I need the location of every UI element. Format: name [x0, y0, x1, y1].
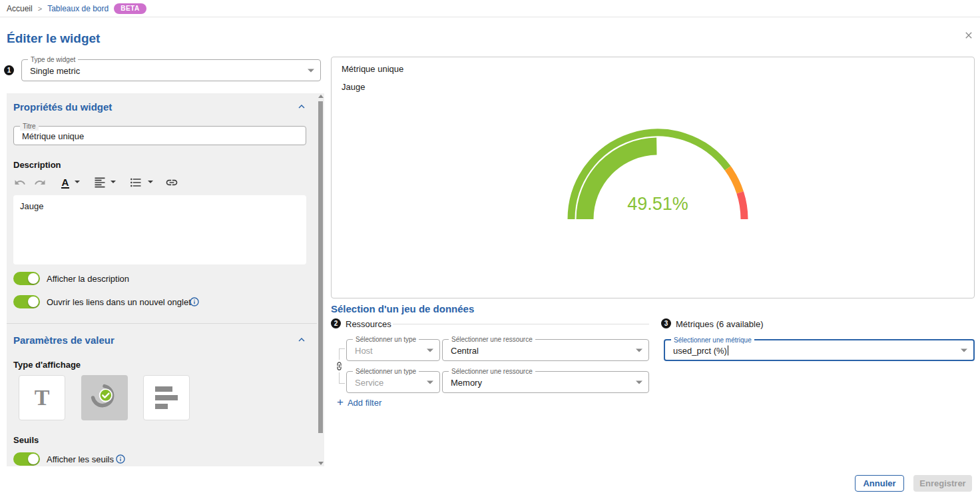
cancel-button[interactable]: Annuler	[855, 475, 904, 492]
display-type-bars-button[interactable]	[143, 375, 190, 420]
title-field-value: Métrique unique	[22, 131, 84, 141]
chevron-down-icon	[636, 348, 642, 352]
metric-select-value: used_prct (%)	[673, 345, 728, 355]
display-type-group: T	[7, 375, 206, 420]
description-editor-text: Jauge	[20, 201, 43, 211]
chevron-down-icon	[427, 380, 433, 384]
text-color-caret-icon[interactable]	[75, 181, 80, 183]
step-1-badge: 1	[4, 65, 14, 75]
show-description-toggle-label: Afficher la description	[47, 274, 129, 284]
horizontal-bars-icon	[155, 386, 178, 409]
open-links-new-tab-toggle-label: Ouvrir les liens dans un nouvel onglet	[47, 297, 191, 307]
step-3-badge: 3	[661, 318, 671, 328]
resource-select-2-label: Sélectionner une ressource	[449, 367, 535, 376]
gauge-value-label: 49.51%	[558, 194, 758, 215]
save-button: Enregistrer	[913, 475, 972, 492]
show-description-toggle[interactable]	[13, 272, 40, 285]
text-color-icon[interactable]: A	[59, 176, 72, 189]
widget-type-select-label: Type de widget	[28, 55, 78, 64]
display-type-gauge-button[interactable]	[81, 375, 128, 420]
display-type-text-button[interactable]: T	[19, 375, 65, 420]
preview-title: Métrique unique	[342, 64, 403, 74]
widget-preview: Métrique unique Jauge 49.51%	[331, 57, 975, 298]
resource-type-select-1[interactable]: Sélectionner un type Host	[346, 339, 440, 361]
description-label: Description	[13, 160, 61, 170]
properties-section-heading: Propriétés du widget	[13, 101, 112, 113]
breadcrumb-dashboards-link[interactable]: Tableaux de bord	[47, 4, 109, 13]
gauge-type-icon	[90, 383, 119, 412]
description-editor[interactable]: Jauge	[13, 195, 306, 264]
chevron-down-icon	[308, 69, 314, 72]
show-thresholds-toggle[interactable]	[13, 452, 40, 466]
chain-link-icon	[334, 361, 344, 371]
breadcrumb: Accueil > Tableaux de bord BETA	[0, 0, 980, 17]
link-bracket-top	[339, 348, 345, 349]
scroll-down-icon[interactable]	[318, 462, 324, 465]
resource-type-select-1-value: Host	[355, 345, 373, 355]
value-settings-heading: Paramètres de valeur	[13, 334, 115, 346]
resource-type-select-1-label: Sélectionner un type	[353, 335, 419, 344]
chevron-down-icon	[961, 348, 967, 352]
list-caret-icon[interactable]	[148, 181, 153, 183]
redo-icon[interactable]	[33, 176, 47, 189]
info-icon[interactable]	[115, 454, 126, 464]
open-links-new-tab-toggle[interactable]	[13, 295, 40, 308]
info-icon[interactable]	[189, 296, 200, 307]
link-bracket-line	[339, 372, 340, 384]
display-type-label: Type d'affichage	[13, 360, 81, 370]
breadcrumb-separator: >	[38, 5, 42, 13]
align-left-icon[interactable]	[93, 176, 107, 189]
metric-select-label: Sélectionner une métrique	[671, 336, 754, 344]
edit-widget-modal: Accueil > Tableaux de bord BETA Éditer l…	[0, 0, 980, 495]
title-field-label: Titre	[20, 122, 39, 131]
title-field[interactable]: Titre Métrique unique	[13, 126, 306, 145]
metrics-label: Métriques (6 available)	[676, 319, 764, 329]
align-caret-icon[interactable]	[111, 181, 116, 183]
thresholds-label: Seuils	[13, 435, 39, 445]
panel-scrollbar[interactable]	[317, 93, 324, 466]
beta-badge: BETA	[114, 3, 146, 14]
text-cursor	[728, 345, 728, 355]
link-bracket-line	[339, 348, 340, 360]
resource-type-select-2-value: Service	[355, 377, 383, 387]
scrollbar-thumb[interactable]	[318, 101, 323, 433]
dataset-selection-heading: Sélection d'un jeu de données	[331, 303, 474, 314]
resources-label: Ressources	[346, 319, 391, 329]
resource-select-1-label: Sélectionner une ressource	[449, 335, 535, 344]
text-type-icon: T	[35, 385, 50, 410]
resource-select-1[interactable]: Sélectionner une ressource Central	[442, 339, 649, 361]
undo-icon[interactable]	[13, 176, 27, 189]
collapse-value-settings-icon[interactable]	[296, 334, 308, 346]
show-thresholds-toggle-label: Afficher les seuils	[47, 454, 114, 464]
resources-divider	[393, 324, 649, 324]
resource-select-2-value: Memory	[451, 377, 482, 387]
preview-description: Jauge	[342, 82, 365, 92]
widget-type-select[interactable]: Type de widget Single metric	[21, 59, 321, 81]
widget-type-select-value: Single metric	[30, 65, 80, 75]
bullet-list-icon[interactable]	[129, 176, 142, 189]
plus-icon: +	[337, 397, 344, 408]
metric-select[interactable]: Sélectionner une métrique used_prct (%)	[664, 339, 975, 361]
chevron-down-icon	[427, 348, 433, 352]
step-2-badge: 2	[331, 318, 341, 328]
resource-select-1-value: Central	[451, 345, 479, 355]
close-icon[interactable]	[961, 28, 976, 43]
link-bracket-bottom	[339, 383, 345, 384]
scroll-up-icon[interactable]	[318, 95, 324, 98]
resource-type-select-2-label: Sélectionner un type	[353, 367, 419, 376]
add-filter-label: Add filter	[348, 398, 381, 408]
page-title: Éditer le widget	[7, 31, 100, 46]
resource-type-select-2[interactable]: Sélectionner un type Service	[346, 371, 440, 393]
gauge-chart	[558, 122, 758, 232]
description-toolbar: A	[7, 176, 206, 191]
link-icon[interactable]	[165, 176, 178, 189]
add-filter-button[interactable]: + Add filter	[337, 397, 381, 408]
widget-settings-panel: Propriétés du widget Titre Métrique uniq…	[7, 93, 324, 466]
section-divider	[7, 323, 317, 324]
chevron-down-icon	[636, 380, 642, 384]
breadcrumb-home-link[interactable]: Accueil	[7, 4, 33, 13]
collapse-properties-icon[interactable]	[296, 101, 308, 113]
resource-select-2[interactable]: Sélectionner une ressource Memory	[442, 371, 649, 393]
